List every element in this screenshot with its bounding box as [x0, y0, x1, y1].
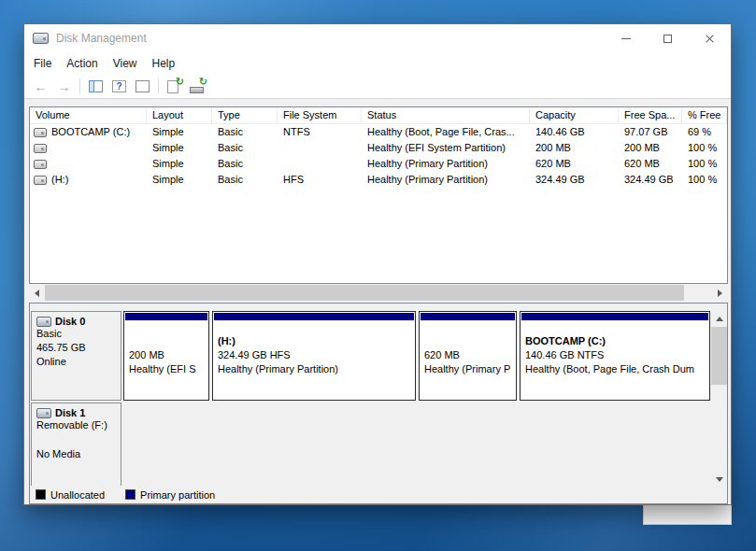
disk-0-header[interactable]: Disk 0 Basic 465.75 GB Online: [31, 311, 121, 401]
disk-0-row: Disk 0 Basic 465.75 GB Online 200 MB Hea…: [31, 311, 710, 401]
partition-620mb[interactable]: 620 MB Healthy (Primary P: [419, 311, 517, 401]
scroll-up-arrow-icon: [716, 317, 723, 321]
menu-action[interactable]: Action: [59, 52, 105, 75]
volume-layout: Simple: [147, 156, 212, 172]
volume-file-system: [278, 140, 362, 156]
legend-item-primary-partition: Primary partition: [125, 489, 215, 501]
volume-file-system: HFS: [278, 172, 362, 188]
maximize-icon: [663, 35, 672, 43]
disk-name: Disk 0: [55, 316, 85, 327]
column-header-type[interactable]: Type: [212, 107, 278, 124]
toolbar-separator: [158, 78, 159, 94]
show-action-pane-button[interactable]: [132, 77, 153, 97]
volume-status: Healthy (Primary Partition): [362, 156, 530, 172]
minimize-button[interactable]: [605, 24, 647, 52]
scroll-up-button[interactable]: [711, 311, 727, 327]
volume-type: Basic: [212, 124, 278, 140]
minimize-icon: [621, 38, 631, 39]
menu-help[interactable]: Help: [145, 52, 183, 75]
refresh-button[interactable]: ↻: [164, 77, 185, 97]
partition-efi[interactable]: 200 MB Healthy (EFI S: [123, 311, 209, 401]
volume-capacity: 324.49 GB: [530, 172, 619, 188]
volume-free-space: 324.49 GB: [619, 172, 682, 188]
legend-item-unallocated: Unallocated: [36, 489, 105, 501]
forward-button[interactable]: →: [53, 77, 75, 97]
horizontal-scrollbar-thumb[interactable]: [45, 285, 684, 301]
volume-list-pane: Volume Layout Type File System Status Ca…: [29, 106, 728, 284]
back-button[interactable]: ←: [30, 77, 51, 97]
volume-type: Basic: [212, 156, 278, 172]
volume-drive-icon: [34, 144, 47, 153]
titlebar[interactable]: Disk Management: [24, 24, 731, 52]
partition-status: Healthy (Primary P: [424, 362, 514, 376]
volume-type: Basic: [212, 140, 278, 156]
volume-row-h[interactable]: (H:) Simple Basic HFS Healthy (Primary P…: [30, 172, 727, 188]
partition-size: 200 MB: [129, 348, 207, 362]
volume-row-efi[interactable]: Simple Basic Healthy (EFI System Partiti…: [30, 140, 727, 156]
column-header-percent-free[interactable]: % Free: [682, 107, 727, 124]
volume-status: Healthy (Boot, Page File, Cras...: [362, 124, 530, 140]
partition-bootcamp[interactable]: BOOTCAMP (C:) 140.46 GB NTFS Healthy (Bo…: [520, 311, 710, 401]
help-button[interactable]: ?: [108, 77, 130, 97]
disk-type: Basic: [36, 327, 116, 341]
volume-layout: Simple: [147, 140, 212, 156]
close-icon: [705, 34, 715, 44]
toolbar-separator: [79, 78, 80, 94]
scroll-right-button[interactable]: [712, 285, 728, 301]
show-console-tree-button[interactable]: [85, 77, 107, 97]
horizontal-scrollbar[interactable]: [29, 285, 728, 301]
rescan-disks-button[interactable]: ↻: [187, 77, 208, 97]
partition-status: Healthy (Primary Partition): [218, 362, 413, 376]
volume-free-space: 620 MB: [619, 156, 682, 172]
disk-media-status: No Media: [36, 447, 116, 461]
scroll-right-arrow-icon: [718, 290, 722, 297]
volume-row-primary-620[interactable]: Simple Basic Healthy (Primary Partition)…: [30, 156, 727, 172]
disk-1-header[interactable]: Disk 1 Removable (F:) No Media: [31, 403, 121, 488]
partition-name: BOOTCAMP (C:): [525, 334, 707, 348]
volume-capacity: 140.46 GB: [530, 124, 619, 140]
column-header-free-space[interactable]: Free Spa...: [619, 107, 682, 124]
unallocated-swatch-icon: [36, 489, 46, 500]
primary-partition-color-bar: [421, 313, 515, 320]
background-window-fragment: [643, 505, 732, 525]
column-header-status[interactable]: Status: [362, 107, 530, 124]
volume-type: Basic: [212, 172, 278, 188]
disk-status: Online: [36, 355, 116, 369]
disk-icon: [36, 317, 51, 327]
disk-type: Removable (F:): [36, 418, 116, 432]
volume-free-space: 97.07 GB: [619, 124, 682, 140]
help-icon: ?: [112, 80, 126, 92]
disk-icon: [36, 408, 51, 418]
maximize-button[interactable]: [647, 24, 689, 52]
volume-percent-free: 100 %: [682, 172, 727, 188]
partition-size: 324.49 GB HFS: [218, 348, 413, 362]
primary-partition-swatch-icon: [125, 489, 136, 500]
graphical-view-pane: Disk 0 Basic 465.75 GB Online 200 MB Hea…: [29, 303, 728, 504]
menu-file[interactable]: File: [26, 52, 59, 75]
volume-percent-free: 69 %: [682, 124, 727, 140]
scroll-down-arrow-icon: [716, 477, 723, 482]
column-header-layout[interactable]: Layout: [147, 107, 212, 124]
volume-drive-icon: [34, 160, 47, 169]
menu-view[interactable]: View: [106, 52, 145, 75]
primary-partition-color-bar: [521, 313, 708, 320]
close-button[interactable]: [689, 24, 731, 52]
column-header-volume[interactable]: Volume: [30, 107, 147, 124]
console-tree-icon: [89, 80, 103, 92]
legend-label: Unallocated: [50, 489, 105, 501]
volume-layout: Simple: [147, 172, 212, 188]
volume-row-bootcamp[interactable]: BOOTCAMP (C:) Simple Basic NTFS Healthy …: [30, 124, 727, 140]
vertical-scrollbar[interactable]: [711, 311, 727, 487]
column-header-file-system[interactable]: File System: [278, 107, 362, 124]
volume-layout: Simple: [147, 124, 212, 140]
volume-percent-free: 100 %: [682, 140, 727, 156]
disk-size: 465.75 GB: [36, 341, 116, 355]
column-header-capacity[interactable]: Capacity: [530, 107, 619, 124]
refresh-icon: ↻: [166, 79, 182, 94]
window-title: Disk Management: [56, 32, 147, 45]
partition-size: 620 MB: [424, 348, 514, 362]
partition-h[interactable]: (H:) 324.49 GB HFS Healthy (Primary Part…: [212, 311, 416, 401]
scroll-left-button[interactable]: [29, 285, 45, 301]
volume-table-header: Volume Layout Type File System Status Ca…: [30, 107, 727, 124]
vertical-scrollbar-thumb[interactable]: [711, 327, 727, 385]
